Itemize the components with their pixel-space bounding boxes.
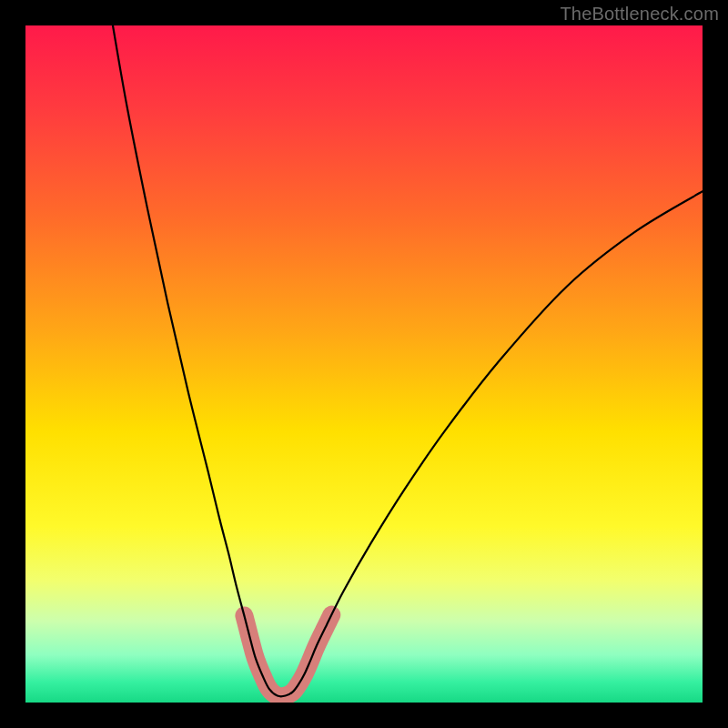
chart-plot-area <box>25 25 703 703</box>
chart-svg <box>25 25 703 703</box>
chart-background <box>25 25 703 703</box>
attribution-text: TheBottleneck.com <box>560 4 719 25</box>
chart-frame: TheBottleneck.com <box>0 0 728 728</box>
